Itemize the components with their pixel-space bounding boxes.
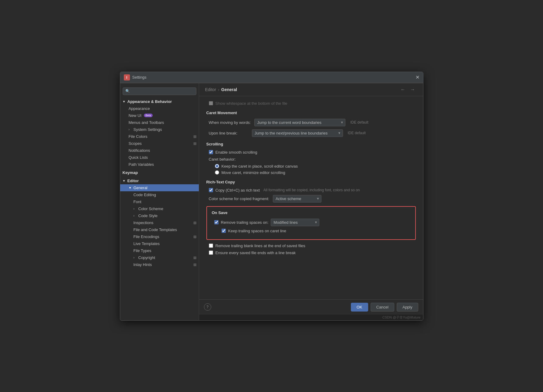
- remove-blank-lines-row: Remove trailing blank lines at the end o…: [206, 244, 416, 248]
- sidebar-item-general[interactable]: ▼ General: [120, 184, 199, 191]
- search-icon: 🔍: [125, 89, 130, 93]
- ensure-line-break-row: Ensure every saved file ends with a line…: [206, 251, 416, 255]
- main-header: Editor › General ← →: [199, 83, 423, 96]
- when-moving-by-words-select-wrapper: Jump to the current word boundaries ▼: [254, 119, 345, 126]
- sidebar-item-path-variables[interactable]: Path Variables: [120, 161, 199, 168]
- ok-button[interactable]: OK: [351, 303, 368, 312]
- watermark: CSDN @子非Yu@Itfuture: [199, 315, 423, 320]
- breadcrumb-separator: ›: [218, 87, 219, 92]
- chevron-right-icon: ›: [134, 207, 137, 210]
- remove-trailing-checkbox[interactable]: [214, 220, 219, 224]
- help-button[interactable]: ?: [204, 303, 211, 311]
- sidebar-item-inspections[interactable]: Inspections ▤: [120, 219, 199, 226]
- show-whitespace-checkbox[interactable]: [209, 101, 213, 105]
- upon-line-break-select-wrapper: Jump to the next/previous line boundarie…: [252, 129, 343, 137]
- chevron-down-icon: ▼: [123, 100, 126, 103]
- page-icon: ▤: [193, 135, 196, 138]
- when-moving-by-words-label: When moving by words:: [209, 120, 251, 125]
- nav-forward-button[interactable]: →: [409, 86, 417, 93]
- sidebar-item-file-encodings[interactable]: File Encodings ▤: [120, 233, 199, 240]
- copy-rich-text-row: Copy (Ctrl+C) as rich text All formattin…: [206, 188, 416, 193]
- chevron-right-icon: ›: [134, 214, 137, 217]
- sidebar-item-copyright[interactable]: › Copyright ▤: [120, 254, 199, 261]
- nav-buttons: ← →: [399, 86, 417, 93]
- keep-trailing-label: Keep trailing spaces on caret line: [228, 229, 287, 233]
- remove-trailing-select[interactable]: Modified lines: [271, 219, 319, 226]
- keep-caret-radio[interactable]: [215, 164, 219, 168]
- sidebar-item-keymap[interactable]: Keymap: [120, 169, 199, 176]
- beta-badge: Beta: [144, 114, 153, 117]
- chevron-down-icon: ▼: [129, 186, 132, 189]
- keep-trailing-row: Keep trailing spaces on caret line: [212, 229, 410, 233]
- color-scheme-row: Color scheme for copied fragment: Active…: [206, 195, 416, 203]
- sidebar-item-live-templates[interactable]: Live Templates: [120, 240, 199, 247]
- copy-rich-text-hint: All formatting will be copied, including…: [263, 188, 360, 192]
- remove-blank-lines-checkbox[interactable]: [209, 244, 213, 248]
- upon-line-break-select[interactable]: Jump to the next/previous line boundarie…: [252, 129, 343, 137]
- sidebar-item-system-settings[interactable]: › System Settings: [120, 126, 199, 133]
- cancel-button[interactable]: Cancel: [371, 303, 394, 312]
- main-content: Show whitespace at the bottom of the fil…: [199, 96, 423, 299]
- rich-text-copy-title: Rich-Text Copy: [206, 180, 416, 184]
- color-scheme-select-wrapper: Active scheme ▼: [273, 195, 321, 203]
- chevron-down-icon: ▼: [123, 179, 126, 182]
- footer: ? OK Cancel Apply: [199, 299, 423, 315]
- caret-behavior-label: Caret behavior:: [209, 157, 236, 162]
- keep-caret-label: Keep the caret in place, scroll editor c…: [222, 164, 298, 169]
- sidebar-item-file-code-templates[interactable]: File and Code Templates: [120, 226, 199, 233]
- keep-trailing-checkbox[interactable]: [222, 229, 226, 233]
- sidebar-item-color-scheme[interactable]: › Color Scheme: [120, 205, 199, 212]
- page-icon: ▤: [193, 263, 196, 267]
- color-scheme-label: Color scheme for copied fragment:: [209, 196, 269, 201]
- search-box[interactable]: 🔍: [123, 87, 196, 95]
- chevron-right-icon: ›: [129, 128, 132, 131]
- page-icon: ▤: [193, 235, 196, 239]
- sidebar-item-appearance-behavior[interactable]: ▼ Appearance & Behavior: [120, 98, 199, 105]
- sidebar-item-notifications[interactable]: Notifications: [120, 147, 199, 154]
- sidebar-item-file-types[interactable]: File Types: [120, 247, 199, 254]
- sidebar-item-inlay-hints[interactable]: Inlay Hints ▤: [120, 261, 199, 268]
- nav-back-button[interactable]: ←: [399, 86, 407, 93]
- search-input[interactable]: [131, 89, 194, 94]
- upon-line-break-hint: IDE default: [348, 131, 366, 135]
- remove-trailing-row: Remove trailing spaces on: Modified line…: [212, 219, 410, 226]
- apply-button[interactable]: Apply: [397, 303, 418, 312]
- footer-buttons: OK Cancel Apply: [351, 303, 418, 312]
- page-icon: ▤: [193, 141, 196, 145]
- upon-line-break-label: Upon line break:: [209, 131, 248, 135]
- close-button[interactable]: ✕: [416, 74, 419, 80]
- smooth-scrolling-checkbox[interactable]: [209, 150, 213, 154]
- caret-behavior-row: Caret behavior:: [206, 157, 416, 162]
- copy-rich-text-checkbox[interactable]: [209, 188, 213, 192]
- sidebar-item-scopes[interactable]: Scopes ▤: [120, 140, 199, 147]
- sidebar-item-file-colors[interactable]: File Colors ▤: [120, 133, 199, 140]
- sidebar-item-code-editing[interactable]: Code Editing: [120, 191, 199, 198]
- titlebar-left: I Settings: [124, 74, 147, 80]
- sidebar-item-editor[interactable]: ▼ Editor: [120, 177, 199, 184]
- faded-row: Show whitespace at the bottom of the fil…: [206, 101, 416, 106]
- dialog-title: Settings: [132, 75, 147, 80]
- breadcrumb: Editor › General: [205, 87, 237, 92]
- settings-dialog: I Settings ✕ 🔍 ▼ Appearance & Behavior A…: [120, 72, 423, 321]
- sidebar-item-quick-lists[interactable]: Quick Lists: [120, 154, 199, 161]
- sidebar-item-new-ui[interactable]: New UI Beta: [120, 112, 199, 119]
- sidebar-item-font[interactable]: Font: [120, 198, 199, 205]
- on-save-section: On Save Remove trailing spaces on: Modif…: [206, 206, 416, 240]
- when-moving-hint: IDE default: [350, 120, 368, 124]
- ensure-line-break-label: Ensure every saved file ends with a line…: [216, 251, 296, 255]
- chevron-right-icon: ›: [134, 256, 137, 259]
- color-scheme-select[interactable]: Active scheme: [273, 195, 321, 203]
- when-moving-by-words-select[interactable]: Jump to the current word boundaries: [254, 119, 345, 126]
- sidebar-item-code-style[interactable]: › Code Style: [120, 212, 199, 219]
- breadcrumb-parent: Editor: [205, 87, 216, 92]
- smooth-scrolling-label: Enable smooth scrolling: [216, 150, 257, 155]
- remove-blank-lines-label: Remove trailing blank lines at the end o…: [216, 244, 305, 248]
- sidebar-item-menus-toolbars[interactable]: Menus and Toolbars: [120, 119, 199, 126]
- move-caret-row: Move caret, minimize editor scrolling: [206, 170, 416, 175]
- move-caret-radio[interactable]: [215, 170, 219, 175]
- sidebar-item-appearance[interactable]: Appearance: [120, 105, 199, 112]
- remove-trailing-select-wrapper: Modified lines ▼: [271, 219, 319, 226]
- ensure-line-break-checkbox[interactable]: [209, 251, 213, 255]
- page-icon: ▤: [193, 256, 196, 260]
- app-icon: I: [124, 74, 130, 80]
